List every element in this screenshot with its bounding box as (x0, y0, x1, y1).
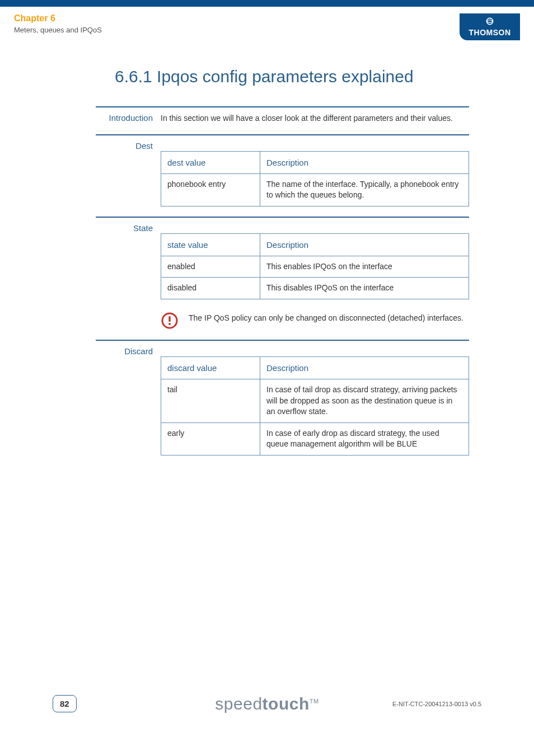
discard-cell-value: early (161, 422, 260, 455)
thomson-globe-icon (485, 17, 494, 27)
warning-note: The IP QoS policy can only be changed on… (161, 312, 469, 330)
state-th-desc: Description (260, 233, 469, 256)
brand-tm: TM (310, 698, 319, 705)
section-label-state: State (96, 223, 161, 233)
dest-table: dest value Description phonebook entry T… (161, 151, 469, 206)
chapter-block: Chapter 6 Meters, queues and IPQoS (14, 13, 102, 44)
page-number: 82 (53, 695, 77, 712)
section-body-discard: discard value Description tail In case o… (161, 346, 469, 456)
page-footer: 82 speedtouchTM E-NIT-CTC-20041213-0013 … (0, 695, 534, 712)
brand-bold: touch (263, 694, 310, 713)
state-cell-value: disabled (161, 278, 260, 299)
table-header-row: dest value Description (161, 151, 469, 173)
dest-th-value: dest value (161, 151, 260, 173)
state-cell-desc: This enables IPQoS on the interface (260, 256, 469, 278)
section-dest: Dest dest value Description phonebook en… (96, 134, 469, 217)
chapter-title: Chapter 6 (14, 13, 102, 24)
brand-light: speed (215, 694, 262, 713)
state-cell-value: enabled (161, 256, 260, 278)
table-row: disabled This disables IPQoS on the inte… (161, 278, 469, 299)
discard-cell-value: tail (161, 379, 260, 422)
state-cell-desc: This disables IPQoS on the interface (260, 278, 469, 299)
warning-text: The IP QoS policy can only be changed on… (189, 312, 463, 324)
discard-cell-desc: In case of tail drop as discard strategy… (260, 379, 469, 422)
thomson-logo: THOMSON (460, 13, 520, 40)
svg-point-0 (486, 18, 493, 24)
dest-th-desc: Description (260, 151, 469, 173)
table-row: tail In case of tail drop as discard str… (161, 379, 469, 422)
state-table: state value Description enabled This ena… (161, 233, 469, 299)
warning-icon (161, 312, 179, 330)
section-label-dest: Dest (96, 141, 161, 151)
discard-th-value: discard value (161, 356, 260, 379)
content-area: Introduction In this section we will hav… (0, 106, 534, 466)
table-row: phonebook entry The name of the interfac… (161, 173, 469, 206)
page-header: Chapter 6 Meters, queues and IPQoS THOMS… (14, 13, 520, 44)
top-bar (0, 0, 534, 7)
chapter-subtitle: Meters, queues and IPQoS (14, 26, 102, 34)
dest-cell-value: phonebook entry (161, 173, 260, 206)
section-body-state: state value Description enabled This ena… (161, 223, 469, 330)
discard-cell-desc: In case of early drop as discard strateg… (260, 422, 469, 455)
page-title: 6.6.1 Ipqos config parameters explained (115, 67, 414, 86)
section-discard: Discard discard value Description tail I… (96, 340, 469, 466)
discard-th-desc: Description (260, 356, 469, 379)
table-header-row: state value Description (161, 233, 469, 256)
table-header-row: discard value Description (161, 356, 469, 379)
svg-point-3 (168, 323, 171, 325)
table-row: enabled This enables IPQoS on the interf… (161, 256, 469, 278)
state-th-value: state value (161, 233, 260, 256)
section-state: State state value Description enabled Th… (96, 217, 469, 340)
section-introduction: Introduction In this section we will hav… (96, 106, 469, 134)
svg-rect-2 (168, 316, 170, 322)
section-label-introduction: Introduction (96, 113, 161, 123)
section-body-dest: dest value Description phonebook entry T… (161, 141, 469, 206)
section-body-introduction: In this section we will have a closer lo… (161, 113, 469, 124)
section-label-discard: Discard (96, 346, 161, 356)
dest-cell-desc: The name of the interface. Typically, a … (260, 173, 469, 206)
table-row: early In case of early drop as discard s… (161, 422, 469, 455)
brand-logo: speedtouchTM (215, 694, 318, 713)
thomson-logo-text: THOMSON (469, 28, 510, 37)
document-id: E-NIT-CTC-20041213-0013 v0.5 (392, 701, 481, 707)
discard-table: discard value Description tail In case o… (161, 356, 469, 456)
